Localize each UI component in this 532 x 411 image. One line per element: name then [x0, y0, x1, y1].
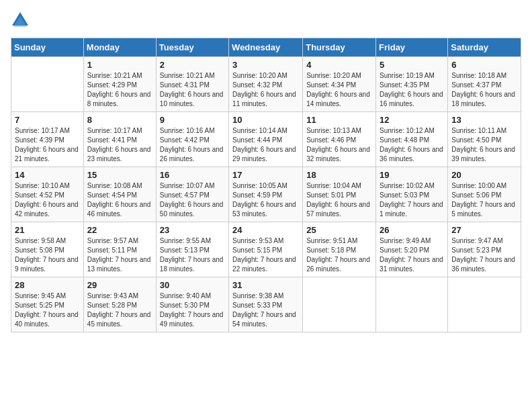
day-info: Sunrise: 10:04 AMSunset: 5:01 PMDaylight… [306, 181, 372, 219]
day-info: Sunrise: 10:07 AMSunset: 4:57 PMDaylight… [160, 181, 225, 219]
calendar-cell [11, 57, 84, 112]
day-number: 26 [380, 225, 444, 235]
calendar-cell: 8Sunrise: 10:17 AMSunset: 4:41 PMDayligh… [83, 112, 156, 167]
calendar-cell: 15Sunrise: 10:08 AMSunset: 4:54 PMDaylig… [83, 167, 156, 222]
day-info: Sunrise: 10:08 AMSunset: 4:54 PMDaylight… [87, 181, 152, 219]
day-info: Sunrise: 10:18 AMSunset: 4:37 PMDaylight… [451, 71, 517, 109]
day-info: Sunrise: 9:53 AMSunset: 5:15 PMDaylight:… [232, 236, 299, 274]
calendar-week-1: 1Sunrise: 10:21 AMSunset: 4:29 PMDayligh… [11, 57, 521, 112]
day-number: 9 [160, 115, 225, 125]
day-info: Sunrise: 9:57 AMSunset: 5:11 PMDaylight:… [87, 236, 152, 274]
logo [11, 11, 31, 30]
calendar-cell: 2Sunrise: 10:21 AMSunset: 4:31 PMDayligh… [156, 57, 228, 112]
day-number: 25 [306, 225, 372, 235]
weekday-header-monday: Monday [83, 38, 156, 57]
calendar-cell: 29Sunrise: 9:43 AMSunset: 5:28 PMDayligh… [83, 277, 156, 332]
day-number: 3 [232, 60, 299, 70]
weekday-header-sunday: Sunday [11, 38, 84, 57]
day-number: 22 [87, 225, 152, 235]
weekday-header-wednesday: Wednesday [229, 38, 303, 57]
calendar-cell: 12Sunrise: 10:12 AMSunset: 4:48 PMDaylig… [376, 112, 448, 167]
calendar-cell: 4Sunrise: 10:20 AMSunset: 4:34 PMDayligh… [303, 57, 376, 112]
calendar-cell [303, 277, 376, 332]
day-info: Sunrise: 10:05 AMSunset: 4:59 PMDaylight… [232, 181, 299, 219]
day-number: 13 [451, 115, 517, 125]
calendar-table: SundayMondayTuesdayWednesdayThursdayFrid… [11, 38, 521, 332]
day-number: 20 [451, 170, 517, 180]
day-info: Sunrise: 9:55 AMSunset: 5:13 PMDaylight:… [160, 236, 225, 274]
day-info: Sunrise: 9:49 AMSunset: 5:20 PMDaylight:… [380, 236, 444, 274]
day-number: 8 [87, 115, 152, 125]
calendar-cell [376, 277, 448, 332]
day-number: 4 [306, 60, 372, 70]
calendar-cell: 26Sunrise: 9:49 AMSunset: 5:20 PMDayligh… [376, 222, 448, 277]
day-number: 2 [160, 60, 225, 70]
day-number: 6 [451, 60, 517, 70]
calendar-cell: 11Sunrise: 10:13 AMSunset: 4:46 PMDaylig… [303, 112, 376, 167]
calendar-week-3: 14Sunrise: 10:10 AMSunset: 4:52 PMDaylig… [11, 167, 521, 222]
day-info: Sunrise: 10:00 AMSunset: 5:06 PMDaylight… [451, 181, 517, 219]
calendar-cell: 7Sunrise: 10:17 AMSunset: 4:39 PMDayligh… [11, 112, 84, 167]
day-number: 1 [87, 60, 152, 70]
calendar-cell: 31Sunrise: 9:38 AMSunset: 5:33 PMDayligh… [229, 277, 303, 332]
calendar-cell: 23Sunrise: 9:55 AMSunset: 5:13 PMDayligh… [156, 222, 228, 277]
calendar-week-5: 28Sunrise: 9:45 AMSunset: 5:25 PMDayligh… [11, 277, 521, 332]
page-header [11, 11, 521, 30]
day-number: 17 [232, 170, 299, 180]
day-info: Sunrise: 9:47 AMSunset: 5:23 PMDaylight:… [451, 236, 517, 274]
day-number: 29 [87, 280, 152, 290]
day-info: Sunrise: 10:14 AMSunset: 4:44 PMDaylight… [232, 126, 299, 164]
day-number: 23 [160, 225, 225, 235]
day-info: Sunrise: 10:20 AMSunset: 4:32 PMDaylight… [232, 71, 299, 109]
calendar-cell [448, 277, 521, 332]
day-info: Sunrise: 10:19 AMSunset: 4:35 PMDaylight… [380, 71, 444, 109]
day-info: Sunrise: 9:51 AMSunset: 5:18 PMDaylight:… [306, 236, 372, 274]
day-number: 12 [380, 115, 444, 125]
calendar-cell: 27Sunrise: 9:47 AMSunset: 5:23 PMDayligh… [448, 222, 521, 277]
calendar-cell: 18Sunrise: 10:04 AMSunset: 5:01 PMDaylig… [303, 167, 376, 222]
day-info: Sunrise: 9:43 AMSunset: 5:28 PMDaylight:… [87, 291, 152, 329]
calendar-cell: 13Sunrise: 10:11 AMSunset: 4:50 PMDaylig… [448, 112, 521, 167]
calendar-cell: 3Sunrise: 10:20 AMSunset: 4:32 PMDayligh… [229, 57, 303, 112]
calendar-cell: 24Sunrise: 9:53 AMSunset: 5:15 PMDayligh… [229, 222, 303, 277]
day-info: Sunrise: 10:21 AMSunset: 4:31 PMDaylight… [160, 71, 225, 109]
calendar-cell: 22Sunrise: 9:57 AMSunset: 5:11 PMDayligh… [83, 222, 156, 277]
day-number: 24 [232, 225, 299, 235]
calendar-cell: 14Sunrise: 10:10 AMSunset: 4:52 PMDaylig… [11, 167, 84, 222]
calendar-week-4: 21Sunrise: 9:58 AMSunset: 5:08 PMDayligh… [11, 222, 521, 277]
day-number: 28 [15, 280, 80, 290]
weekday-header-friday: Friday [376, 38, 448, 57]
calendar-cell: 30Sunrise: 9:40 AMSunset: 5:30 PMDayligh… [156, 277, 228, 332]
day-number: 19 [380, 170, 444, 180]
calendar-body: 1Sunrise: 10:21 AMSunset: 4:29 PMDayligh… [11, 57, 521, 332]
day-info: Sunrise: 10:17 AMSunset: 4:41 PMDaylight… [87, 126, 152, 164]
calendar-cell: 17Sunrise: 10:05 AMSunset: 4:59 PMDaylig… [229, 167, 303, 222]
logo-icon [11, 11, 30, 30]
weekday-header-saturday: Saturday [448, 38, 521, 57]
calendar-cell: 5Sunrise: 10:19 AMSunset: 4:35 PMDayligh… [376, 57, 448, 112]
calendar-cell: 20Sunrise: 10:00 AMSunset: 5:06 PMDaylig… [448, 167, 521, 222]
day-info: Sunrise: 10:16 AMSunset: 4:42 PMDaylight… [160, 126, 225, 164]
day-number: 11 [306, 115, 372, 125]
day-number: 14 [15, 170, 80, 180]
calendar-cell: 9Sunrise: 10:16 AMSunset: 4:42 PMDayligh… [156, 112, 228, 167]
day-number: 21 [15, 225, 80, 235]
day-number: 15 [87, 170, 152, 180]
calendar-cell: 10Sunrise: 10:14 AMSunset: 4:44 PMDaylig… [229, 112, 303, 167]
calendar-cell: 1Sunrise: 10:21 AMSunset: 4:29 PMDayligh… [83, 57, 156, 112]
day-number: 18 [306, 170, 372, 180]
calendar-cell: 28Sunrise: 9:45 AMSunset: 5:25 PMDayligh… [11, 277, 84, 332]
day-number: 10 [232, 115, 299, 125]
day-number: 5 [380, 60, 444, 70]
weekday-header-tuesday: Tuesday [156, 38, 228, 57]
day-number: 27 [451, 225, 517, 235]
day-number: 31 [232, 280, 299, 290]
calendar-cell: 25Sunrise: 9:51 AMSunset: 5:18 PMDayligh… [303, 222, 376, 277]
calendar-cell: 21Sunrise: 9:58 AMSunset: 5:08 PMDayligh… [11, 222, 84, 277]
calendar-cell: 19Sunrise: 10:02 AMSunset: 5:03 PMDaylig… [376, 167, 448, 222]
day-info: Sunrise: 9:40 AMSunset: 5:30 PMDaylight:… [160, 291, 225, 329]
day-info: Sunrise: 10:17 AMSunset: 4:39 PMDaylight… [15, 126, 80, 164]
day-info: Sunrise: 9:45 AMSunset: 5:25 PMDaylight:… [15, 291, 80, 329]
day-info: Sunrise: 10:02 AMSunset: 5:03 PMDaylight… [380, 181, 444, 219]
day-info: Sunrise: 10:20 AMSunset: 4:34 PMDaylight… [306, 71, 372, 109]
